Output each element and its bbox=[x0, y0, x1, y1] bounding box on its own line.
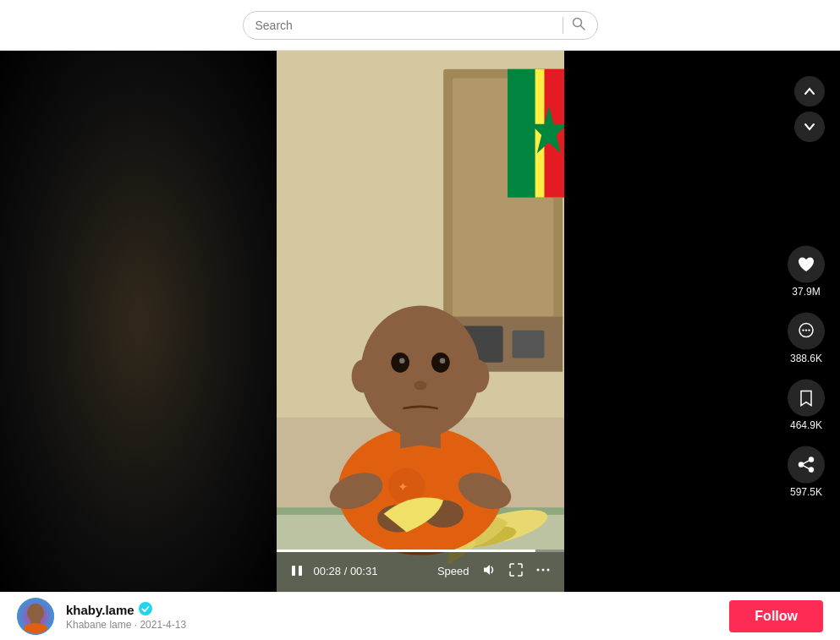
share-icon[interactable] bbox=[788, 446, 825, 484]
svg-rect-34 bbox=[299, 566, 302, 576]
pause-button[interactable] bbox=[290, 564, 304, 577]
svg-point-50 bbox=[24, 623, 47, 633]
comment-count: 388.6K bbox=[790, 353, 822, 364]
svg-text:✦: ✦ bbox=[397, 479, 408, 494]
username: khaby.lame bbox=[66, 603, 135, 617]
verified-icon bbox=[139, 602, 152, 618]
like-icon[interactable] bbox=[788, 246, 825, 283]
svg-rect-33 bbox=[292, 566, 295, 576]
svg-point-37 bbox=[546, 568, 549, 571]
svg-point-31 bbox=[351, 360, 373, 393]
like-count: 37.9M bbox=[792, 286, 820, 298]
svg-point-43 bbox=[810, 468, 814, 472]
bookmark-icon[interactable] bbox=[788, 380, 825, 417]
share-action[interactable]: 597.5K bbox=[788, 446, 825, 498]
video-player[interactable]: ✦ bbox=[277, 51, 564, 592]
svg-point-40 bbox=[805, 329, 807, 331]
info-bar: khaby.lame Khabane lame · 2021-4-13 Foll… bbox=[0, 592, 840, 640]
video-content: ✦ bbox=[277, 51, 564, 592]
svg-point-42 bbox=[810, 457, 814, 462]
bookmark-count: 464.9K bbox=[790, 419, 822, 431]
like-action[interactable]: 37.9M bbox=[788, 246, 825, 298]
video-actions: 37.9M 388.6K 464.9K bbox=[788, 246, 825, 498]
progress-bar-wrap[interactable] bbox=[277, 550, 564, 552]
username-row: khaby.lame bbox=[66, 602, 717, 618]
svg-point-29 bbox=[439, 358, 445, 364]
search-bar[interactable] bbox=[243, 11, 598, 40]
more-options-button[interactable] bbox=[535, 562, 551, 580]
svg-point-35 bbox=[536, 568, 539, 571]
search-icon[interactable] bbox=[563, 17, 585, 34]
video-section: ✦ bbox=[0, 51, 840, 592]
svg-point-28 bbox=[399, 358, 405, 364]
nav-arrows bbox=[794, 76, 825, 142]
volume-icon[interactable] bbox=[481, 562, 497, 580]
svg-point-39 bbox=[802, 329, 804, 331]
header bbox=[0, 0, 840, 51]
search-input[interactable] bbox=[255, 19, 556, 32]
time-display: 00:28 / 00:31 bbox=[314, 565, 378, 577]
speed-button[interactable]: Speed bbox=[437, 565, 469, 577]
comment-icon[interactable] bbox=[788, 313, 825, 350]
svg-line-45 bbox=[803, 461, 809, 464]
svg-point-44 bbox=[799, 462, 804, 467]
svg-point-36 bbox=[541, 568, 544, 571]
follow-button[interactable]: Follow bbox=[729, 600, 823, 632]
svg-rect-12 bbox=[512, 331, 544, 358]
bookmark-action[interactable]: 464.9K bbox=[788, 380, 825, 431]
video-controls: 00:28 / 00:31 Speed bbox=[277, 550, 564, 592]
svg-line-1 bbox=[580, 25, 585, 30]
svg-line-46 bbox=[803, 466, 809, 469]
fullscreen-icon[interactable] bbox=[508, 562, 524, 580]
svg-point-30 bbox=[414, 381, 426, 391]
progress-bar-fill bbox=[277, 550, 535, 552]
avatar[interactable] bbox=[17, 598, 54, 635]
svg-point-51 bbox=[139, 602, 152, 615]
nav-down-button[interactable] bbox=[794, 112, 825, 142]
comment-action[interactable]: 388.6K bbox=[788, 313, 825, 364]
user-subtitle: Khabane lame · 2021-4-13 bbox=[66, 619, 717, 631]
svg-point-18 bbox=[360, 306, 480, 438]
user-info: khaby.lame Khabane lame · 2021-4-13 bbox=[66, 602, 717, 631]
controls-right: Speed bbox=[437, 562, 551, 580]
svg-point-48 bbox=[27, 604, 44, 622]
svg-point-41 bbox=[808, 329, 810, 331]
svg-point-32 bbox=[467, 360, 489, 393]
share-count: 597.5K bbox=[790, 486, 822, 498]
video-blur-left bbox=[0, 51, 277, 592]
nav-up-button[interactable] bbox=[794, 76, 825, 107]
